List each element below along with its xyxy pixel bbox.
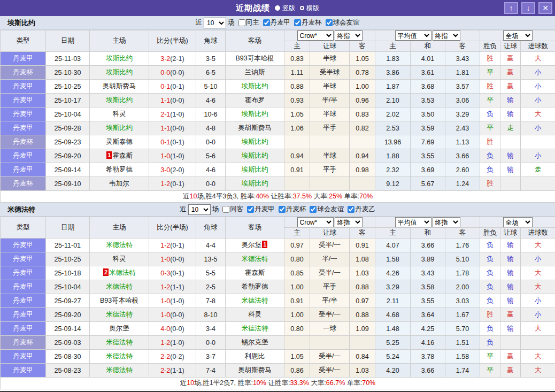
league-checkbox-1[interactable] — [294, 19, 301, 26]
away-team-cell: 埃斯比约 — [226, 135, 284, 149]
near-label: 近 — [180, 205, 187, 214]
result-cell-2: 大 — [521, 239, 555, 252]
odds-cell-1 — [310, 135, 350, 149]
halftime-score: (1-0) — [170, 297, 184, 305]
result-cell-2: 大 — [521, 52, 555, 66]
summary-segment: 70% — [359, 193, 373, 200]
layout-radio-horizontal[interactable]: 横版 — [300, 4, 319, 13]
odds-cell-1: 平/半 — [310, 94, 350, 107]
result-cell-2: 小 — [521, 94, 555, 107]
league-checkbox-1[interactable] — [279, 206, 286, 213]
col-header-0: 类型 — [1, 30, 46, 52]
sub-header-1: 让球 — [310, 228, 350, 239]
league-filter-1[interactable]: 丹麦杯 — [276, 205, 306, 214]
layout-radio-vertical[interactable]: 竖版 — [275, 4, 295, 13]
result-cell-2: 大 — [521, 350, 555, 364]
league-checkbox-2[interactable] — [326, 19, 333, 26]
result-cell-2: 大 — [521, 280, 555, 294]
league-filter-2[interactable]: 球会友谊 — [307, 205, 344, 214]
result-cell-0: 负 — [480, 280, 500, 294]
result-cell-2: 小 — [521, 121, 555, 135]
avg-odds-cell-2: 1.13 — [445, 135, 480, 149]
away-team-cell: 奥胡斯费马 — [226, 121, 284, 135]
avg-odds-cell-2: 3.29 — [445, 107, 480, 121]
avg-stage-select[interactable]: 终指 — [433, 217, 460, 227]
odds-cell-1: 受半/一 — [310, 239, 350, 252]
odds-cell-2 — [350, 336, 375, 350]
away-team-name: 埃斯比约 — [242, 110, 268, 118]
odds-cell-1: 半球 — [310, 107, 350, 121]
result-cell-0: 胜 — [480, 135, 500, 149]
match-row: 丹麦甲25-09-28埃斯比约1-1(0-0)4-8奥胡斯费马1.06平手0.8… — [1, 121, 555, 135]
move-up-button[interactable]: ↑ — [504, 2, 518, 14]
col-header-1: 日期 — [46, 217, 90, 239]
match-type-cell: 丹麦杯 — [1, 66, 46, 80]
same-venue-checkbox[interactable] — [238, 19, 245, 26]
league-filter-0[interactable]: 丹麦甲 — [261, 18, 291, 27]
home-team-name: 米德法特 — [106, 311, 133, 318]
halftime-score: (0-0) — [170, 311, 184, 319]
home-team-name: 米德法特 — [106, 339, 133, 346]
odds-stage-select[interactable]: 终指 — [335, 217, 363, 227]
period-select[interactable]: 全场 — [503, 217, 533, 227]
home-team-cell: 奥胡斯费马 — [90, 80, 149, 94]
score-cell: 4-0(0-0) — [149, 322, 196, 336]
odds-cell-1: 一球 — [310, 322, 350, 336]
odds-cell-1: 平手 — [310, 121, 350, 135]
league-filter-0[interactable]: 丹麦甲 — [245, 205, 275, 214]
away-team-name: 奥胡斯费马 — [238, 124, 272, 132]
match-count-select[interactable]: 10 — [188, 204, 211, 215]
avg-odds-cell-0: 3.86 — [375, 66, 411, 80]
odds-company-select[interactable]: Crow* — [297, 217, 334, 227]
period-select[interactable]: 全场 — [503, 30, 533, 41]
match-date-cell: 25-10-04 — [46, 280, 90, 294]
league-filter-1[interactable]: 丹麦杯 — [292, 18, 322, 27]
league-checkbox-2[interactable] — [310, 206, 317, 213]
move-down-button[interactable]: ↓ — [521, 2, 535, 14]
match-count-select[interactable]: 10 — [204, 18, 226, 28]
league-filter-2[interactable]: 球会友谊 — [323, 18, 360, 27]
away-team-name: 埃斯比约 — [242, 138, 268, 145]
same-venue-checkbox[interactable] — [222, 206, 229, 213]
avg-odds-cell-0: 5.25 — [375, 336, 411, 350]
away-team-cell: 埃斯比约 — [226, 149, 284, 163]
avg-odds-cell-2: 1.24 — [445, 177, 480, 191]
avg-odds-cell-1: 3.50 — [411, 107, 445, 121]
games-label: 场 — [228, 18, 235, 27]
corner-cell: 5-10 — [196, 80, 226, 94]
fulltime-score: 1-0 — [160, 256, 170, 263]
avg-odds-cell-2: 1.58 — [445, 350, 480, 364]
fulltime-score: 0-3 — [160, 270, 170, 277]
league-checkbox-0[interactable] — [247, 206, 254, 213]
avg-stage-select[interactable]: 终指 — [433, 30, 460, 41]
match-row: 丹麦杯25-09-23灵斯泰德0-1(0-1)0-0埃斯比约13.967.691… — [1, 135, 555, 149]
same-venue-filter[interactable]: 同主 — [236, 18, 259, 27]
fulltime-score: 1-2 — [160, 339, 170, 347]
away-team-name: 锡尔克堡 — [242, 339, 268, 346]
same-venue-filter[interactable]: 同客 — [220, 205, 243, 214]
odds-stage-select[interactable]: 终指 — [335, 30, 363, 41]
away-team-cell: 埃斯比约 — [226, 177, 284, 191]
radio-unselected-icon — [300, 6, 304, 10]
avg-source-select[interactable]: 平均值 — [395, 217, 431, 227]
league-filter-3[interactable]: 丹麦乙 — [345, 205, 375, 214]
close-button[interactable]: ✕ — [538, 2, 552, 14]
odds-cell-1: 受半/一 — [310, 266, 350, 280]
corner-cell: 13-5 — [196, 252, 226, 266]
score-cell: 1-2(1-0) — [149, 336, 196, 350]
avg-source-select[interactable]: 平均值 — [395, 30, 431, 41]
league-checkbox-3[interactable] — [348, 206, 354, 213]
avg-odds-cell-0: 1.83 — [375, 52, 411, 66]
score-cell: 3-0(2-0) — [149, 163, 196, 177]
match-row: 丹麦甲25-08-30米德法特2-2(0-2)3-7利恩比1.05受半/一0.8… — [1, 350, 555, 364]
odds-cell-1: 半球 — [310, 52, 350, 66]
avg-odds-cell-1: 4.25 — [411, 322, 445, 336]
fulltime-score: 1-1 — [160, 125, 170, 132]
league-checkbox-0[interactable] — [263, 19, 270, 26]
fulltime-score: 3-2 — [160, 55, 170, 63]
match-row: 丹麦甲25-09-14奥尔堡4-0(0-0)3-4米德法特0.80一球1.091… — [1, 322, 555, 336]
odds-company-select[interactable]: Crow* — [297, 30, 334, 41]
odds-cell-2: 0.84 — [350, 350, 375, 364]
match-date-cell: 25-10-25 — [46, 80, 90, 94]
fulltime-score: 1-2 — [160, 180, 170, 188]
